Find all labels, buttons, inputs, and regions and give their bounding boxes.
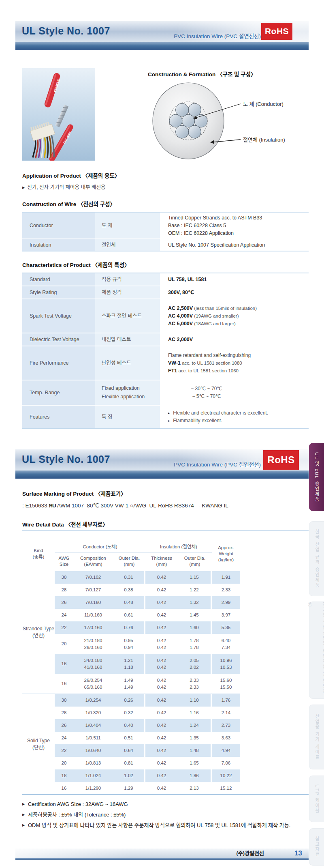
table-cell: 0.420.42 — [145, 634, 178, 654]
table-cell: 4.94 — [212, 744, 240, 757]
surface-marking-text: : E150633 ЯU AWM 1007 80℃ 300V VW-1 ○AWG… — [22, 502, 230, 509]
table-cell: 1.781.78 — [178, 634, 212, 654]
table-cell: 7/0.102 — [73, 571, 113, 584]
table-cell: 2.73 — [212, 719, 240, 732]
table-row: 307/0.1020.310.421.151.91 — [55, 571, 240, 584]
table-cell: 3.97 — [212, 609, 240, 621]
page-number: 13 — [294, 849, 302, 858]
table-cell: 0.42 — [145, 782, 178, 795]
col-header-ins-outer-dia: Outer Dia. (mm) — [178, 555, 212, 567]
spec-label-ko: 난연성 테스트 — [95, 346, 160, 380]
spec-value: AC 2,000V — [160, 333, 309, 346]
spec-value-line: ▸ Flexible and electrical character is e… — [168, 409, 309, 417]
table-cell: 1.29 — [113, 782, 145, 795]
spec-row: Style Rating제품 정격300V, 80℃ — [22, 286, 309, 299]
ul-recognized-mark: ЯU — [49, 503, 55, 509]
side-tab-ul-cul[interactable]: UL 및 cUL 승인제품 — [309, 443, 324, 511]
side-tab-inactive[interactable]: 한국 산업 규격 승인제품 — [309, 521, 324, 596]
spec-value-line: − 30℃ ~ 70℃ — [168, 385, 245, 393]
table-cell: 22 — [55, 744, 73, 757]
table-cell: 11/0.160 — [73, 609, 113, 621]
table-cell: 1/1.024 — [73, 769, 113, 782]
catalog-page: UL Style No. 1007 PVC Insulation Wire (P… — [0, 0, 324, 868]
spec-label-en: Features — [22, 406, 95, 428]
product-photo: E150633 AWM 1007 — [22, 68, 95, 161]
table-cell: 24 — [55, 609, 73, 621]
table-cell: 16 — [55, 654, 73, 674]
characteristics-section: Characteristics of Product 〈제품의 특성〉 Stan… — [22, 260, 309, 429]
side-tab-inactive[interactable]: 참고자료 — [309, 828, 324, 866]
wire-detail-heading: Wire Detail Data 〈전선 세부자료〉 — [22, 520, 108, 528]
application-item: ▶전기, 전자 기기의 제어용 내부 배선용 — [22, 183, 120, 191]
table-cell: 0.42 — [145, 621, 178, 634]
table-cell: 0.42 — [145, 769, 178, 782]
triangle-bullet-icon: ▶ — [22, 810, 25, 820]
table-cell: 3.63 — [212, 732, 240, 744]
table-cell: 1.16 — [178, 707, 212, 719]
spec-value: AC 2,500V (less than 15mils of insulatio… — [160, 299, 309, 333]
table-cell: 1.91 — [212, 571, 240, 584]
rohs-logo: RoHS — [263, 450, 299, 470]
table-cell: 0.42 — [145, 694, 178, 707]
table-cell: 0.64 — [113, 744, 145, 757]
table-cell: 1.491.49 — [113, 674, 145, 694]
table-bottom-rule — [22, 794, 309, 795]
table-row: 261/0.4040.400.421.242.73 — [55, 719, 240, 732]
table-cell: 1.211.18 — [113, 654, 145, 674]
table-row: 241/0.5110.510.421.353.63 — [55, 732, 240, 744]
table-cell: 1/0.404 — [73, 719, 113, 732]
col-group-insulation: Insulation (절연체) — [145, 543, 212, 552]
table-cell: 17/0.160 — [73, 621, 113, 634]
table-cell: 24 — [55, 732, 73, 744]
spec-value-line: AC 2,500V (less than 15mils of insulatio… — [168, 305, 309, 312]
spec-label-ko: 스파크 절연 테스트 — [95, 299, 160, 333]
spec-value-line: VW-1 acc. to UL 1581 section 1080 — [168, 359, 309, 367]
spec-value: − 30℃ ~ 70℃− 5℃ ~ 70℃ — [160, 380, 309, 406]
table-cell: 0.32 — [113, 707, 145, 719]
table-row: 2411/0.1600.610.421.453.97 — [55, 609, 240, 621]
table-cell: 1.10 — [178, 694, 212, 707]
side-tab-inactive[interactable]: UTP 케이블 — [309, 776, 324, 822]
table-top-rule — [22, 530, 309, 531]
spec-value: 300V, 80℃ — [160, 286, 309, 299]
side-tab-inactive[interactable]: 산업용 기기 케이블 — [309, 705, 324, 769]
surface-marking-heading: Surface Marking of Product 〈제품표기〉 — [22, 489, 230, 497]
triangle-bullet-icon: ▸ — [168, 411, 171, 415]
table-row: 281/0.3200.320.421.162.14 — [55, 707, 240, 719]
table-cell: 34/0.18041/0.160 — [73, 654, 113, 674]
table-cell: 30 — [55, 571, 73, 584]
footer-rule — [15, 858, 309, 860]
table-cell: 0.48 — [113, 596, 145, 609]
characteristics-table: Standard적용 규격UL 758, UL 1581Style Rating… — [22, 273, 309, 429]
table-cell: 20 — [55, 634, 73, 654]
table-cell: 5.35 — [212, 621, 240, 634]
table-cell: 6.407.34 — [212, 634, 240, 654]
spec-label-ko: 절연체 — [95, 239, 160, 251]
spec-label-ko: 제품 정격 — [95, 286, 160, 299]
table-cell: 1.02 — [113, 769, 145, 782]
table-cell: 2.13 — [178, 782, 212, 795]
spec-label-en: Spark Test Voltage — [22, 299, 95, 333]
spec-strong: UL 758, UL 1581 — [168, 277, 207, 282]
product-photo-image: E150633 AWM 1007 — [22, 68, 95, 161]
spec-value-line: Base : IEC 60228 Class 5 — [168, 222, 309, 230]
spec-value-line: − 5℃ ~ 70℃ — [168, 393, 245, 400]
cross-section-svg: 도 체 (Conductor) 절연체 (Insulation) — [142, 80, 312, 163]
spec-strong: VW-1 — [168, 360, 181, 366]
page-title: UL Style No. 1007 — [22, 453, 110, 465]
table-cell: 0.42 — [145, 609, 178, 621]
table-cell: 15.6015.50 — [212, 674, 240, 694]
table-cell: 2.14 — [212, 707, 240, 719]
table-cell: 1.86 — [178, 769, 212, 782]
kind-cell: Stranded Type (연선) — [22, 571, 55, 694]
table-cell: 7/0.160 — [73, 596, 113, 609]
col-header-thickness: Thickness (mm) — [145, 555, 178, 567]
table-cell: 1/0.320 — [73, 707, 113, 719]
spec-label-en: Temp. Range — [22, 380, 95, 406]
side-tab-inactive[interactable]: 전기용품 안전인증 승인제품 및 일반제품 — [309, 602, 324, 699]
table-cell: 1/0.813 — [73, 757, 113, 769]
table-cell: 26 — [55, 596, 73, 609]
spec-label-en: Conductor — [22, 213, 95, 239]
page-title: UL Style No. 1007 — [22, 25, 110, 37]
table-cell: 1.22 — [178, 584, 212, 596]
